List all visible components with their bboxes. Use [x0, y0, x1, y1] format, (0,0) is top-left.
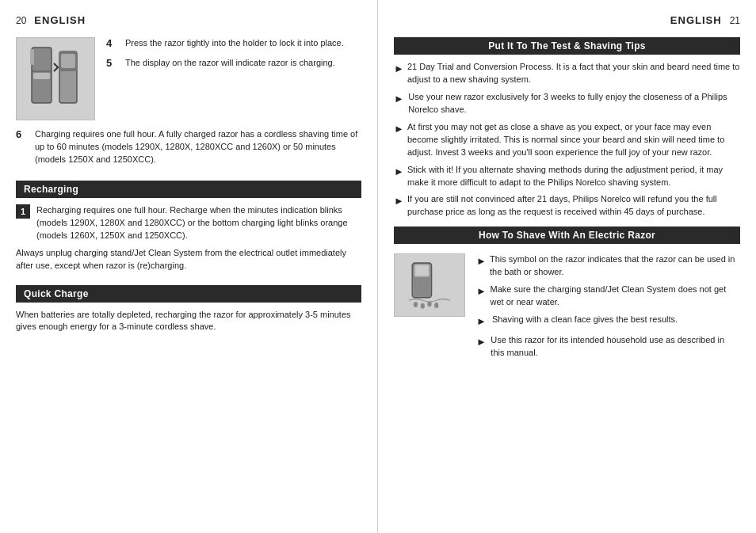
steps-4-5: 4 Press the razor tightly into the holde…	[106, 37, 361, 120]
svg-rect-9	[416, 266, 429, 276]
bullet-text-5: If you are still not convinced after 21 …	[407, 193, 740, 219]
electric-bullet-2: ► Make sure the charging stand/Jet Clean…	[476, 284, 740, 309]
electric-bullet-marker-3: ►	[476, 314, 487, 329]
electric-bullet-text-1: This symbol on the razor indicates that …	[490, 253, 740, 279]
svg-point-11	[421, 303, 425, 309]
recharging-header: Recharging	[16, 181, 361, 198]
electric-bullet-4: ► Use this razor for its intended househ…	[476, 334, 740, 360]
electric-bullet-text-4: Use this razor for its intended househol…	[491, 334, 740, 360]
shower-illustration	[402, 257, 457, 313]
electric-bullet-marker-1: ►	[476, 254, 484, 269]
step-6: 6 Charging requires one full hour. A ful…	[16, 128, 361, 166]
electric-razor-section: ► This symbol on the razor indicates tha…	[394, 253, 740, 359]
electric-bullet-marker-4: ►	[476, 335, 485, 350]
bullet-item-4: ► Stick with it! If you alternate shavin…	[394, 164, 740, 189]
recharge-note: Always unplug charging stand/Jet Clean S…	[16, 247, 361, 272]
bullet-item-1: ► 21 Day Trial and Conversion Process. I…	[394, 61, 740, 86]
test-tips-header: Put It To The Test & Shaving Tips	[394, 37, 740, 55]
svg-rect-3	[33, 73, 50, 79]
top-section: 4 Press the razor tightly into the holde…	[16, 37, 361, 120]
right-language: ENGLISH	[670, 14, 722, 26]
step-4: 4 Press the razor tightly into the holde…	[106, 37, 361, 51]
step-6-number: 6	[16, 128, 29, 142]
quick-charge-header: Quick Charge	[16, 285, 361, 303]
electric-bullet-text-3: Shaving with a clean face gives the best…	[492, 314, 678, 326]
electric-bullet-1: ► This symbol on the razor indicates tha…	[476, 253, 740, 279]
left-language: ENGLISH	[34, 14, 86, 26]
right-page-number: 21	[730, 15, 740, 26]
bullet-item-3: ► At first you may not get as close a sh…	[394, 121, 740, 159]
left-page: 20 ENGLISH	[0, 0, 378, 533]
svg-rect-6	[61, 54, 75, 68]
electric-razor-header: How To Shave With An Electric Razor	[394, 227, 740, 244]
test-tips-bullets: ► 21 Day Trial and Conversion Process. I…	[394, 61, 740, 219]
shower-image	[394, 253, 465, 317]
bullet-marker-4: ►	[394, 165, 402, 180]
bullet-marker-2: ►	[394, 92, 403, 107]
step-5-text: The display on the razor will indicate r…	[125, 57, 335, 70]
right-page-header: ENGLISH 21	[394, 14, 740, 26]
left-page-number: 20	[16, 15, 26, 26]
recharge-step-text: Recharging requires one full hour. Recha…	[36, 204, 361, 242]
bullet-item-5: ► If you are still not convinced after 2…	[394, 193, 740, 219]
recharge-step-number: 1	[16, 204, 30, 219]
step-5: 5 The display on the razor will indicate…	[106, 57, 361, 70]
step-4-number: 4	[106, 37, 119, 51]
electric-bullet-3: ► Shaving with a clean face gives the be…	[476, 314, 740, 329]
electric-bullet-marker-2: ►	[476, 284, 484, 299]
svg-point-13	[434, 303, 438, 308]
recharge-step-1: 1 Recharging requires one full hour. Rec…	[16, 204, 361, 242]
svg-rect-1	[30, 49, 34, 65]
quick-charge-text: When batteries are totally depleted, rec…	[16, 309, 361, 334]
step-4-text: Press the razor tightly into the holder …	[125, 37, 344, 50]
bullet-text-3: At first you may not get as close a shav…	[407, 121, 740, 159]
bullet-text-4: Stick with it! If you alternate shaving …	[407, 164, 740, 189]
right-page: ENGLISH 21 Put It To The Test & Shaving …	[378, 0, 756, 533]
razor-illustration	[24, 40, 87, 119]
step-5-number: 5	[106, 57, 119, 70]
electric-bullets: ► This symbol on the razor indicates tha…	[476, 253, 740, 359]
razor-image	[16, 37, 95, 120]
bullet-marker-3: ►	[394, 122, 402, 137]
bullet-item-2: ► Use your new razor exclusively for 3 w…	[394, 91, 740, 116]
step-6-text: Charging requires one full hour. A fully…	[35, 128, 361, 166]
bullet-text-2: Use your new razor exclusively for 3 wee…	[408, 91, 740, 116]
bullet-text-1: 21 Day Trial and Conversion Process. It …	[407, 61, 740, 86]
svg-point-10	[414, 302, 418, 307]
left-page-header: 20 ENGLISH	[16, 14, 361, 26]
bullet-marker-5: ►	[394, 194, 402, 209]
electric-bullet-text-2: Make sure the charging stand/Jet Clean S…	[490, 284, 740, 309]
bullet-marker-1: ►	[394, 62, 402, 77]
